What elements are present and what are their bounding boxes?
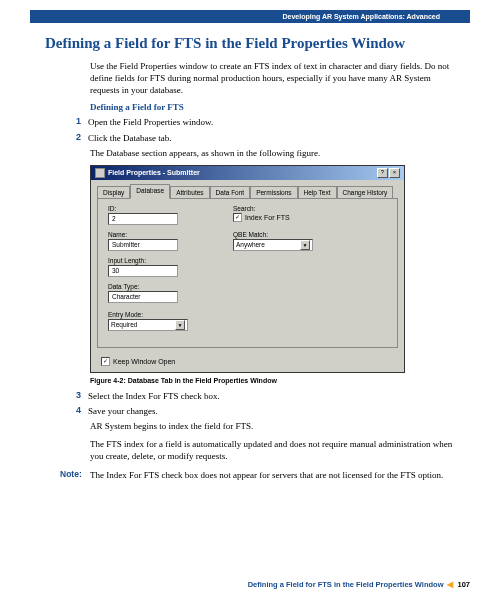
index-for-fts-checkbox[interactable]: ✓ [233,213,242,222]
tab-help-text[interactable]: Help Text [298,186,337,198]
tab-change-history[interactable]: Change History [337,186,394,198]
step-3-number: 3 [76,390,88,402]
entry-mode-select[interactable]: Required ▼ [108,319,188,331]
id-label: ID: [108,205,178,212]
subheading-defining: Defining a Field for FTS [90,102,460,112]
step-1-text: Open the Field Properties window. [88,116,460,128]
footer-page-number: 107 [457,580,470,589]
chevron-down-icon: ▼ [175,320,185,330]
input-length-label: Input Length: [108,257,178,264]
step-3-text: Select the Index For FTS check box. [88,390,460,402]
tab-display[interactable]: Display [97,186,130,198]
tab-attributes[interactable]: Attributes [170,186,209,198]
page-title: Defining a Field for FTS in the Field Pr… [45,35,470,52]
qbe-match-select[interactable]: Anywhere ▼ [233,239,313,251]
step-2-after: The Database section appears, as shown i… [90,147,460,159]
entry-mode-label: Entry Mode: [108,311,188,318]
help-button[interactable]: ? [377,168,388,178]
tab-database[interactable]: Database [130,184,170,199]
index-for-fts-label: Index For FTS [245,214,290,221]
figure-dialog-screenshot: Field Properties - Submitter ? × Display… [90,165,460,384]
name-label: Name: [108,231,178,238]
page-footer: Defining a Field for FTS in the Field Pr… [248,580,470,589]
footer-title: Defining a Field for FTS in the Field Pr… [248,580,444,589]
entry-mode-value: Required [111,321,137,328]
intro-paragraph: Use the Field Properties window to creat… [90,60,460,96]
tab-permissions[interactable]: Permissions [250,186,297,198]
step-4-after-2: The FTS index for a field is automatical… [90,438,460,462]
chevron-down-icon: ▼ [300,240,310,250]
dialog-title-text: Field Properties - Submitter [108,169,377,176]
dialog-titlebar: Field Properties - Submitter ? × [91,166,404,180]
dialog-tabs: Display Database Attributes Data Font Pe… [91,180,404,198]
step-4-number: 4 [76,405,88,417]
dialog-footer: ✓ Keep Window Open [91,354,404,372]
dialog-icon [95,168,105,178]
step-2-text: Click the Database tab. [88,132,460,144]
qbe-match-label: QBE Match: [233,231,313,238]
note-label: Note: [60,469,90,481]
field-properties-dialog: Field Properties - Submitter ? × Display… [90,165,405,373]
data-type-label: Data Type: [108,283,178,290]
data-type-field: Character [108,291,178,303]
tab-data-font[interactable]: Data Font [210,186,251,198]
note-text: The Index For FTS check box does not app… [90,469,443,481]
dialog-body: ID: 2 Name: Submitter Input Length: 30 D… [97,198,398,348]
keep-window-open-checkbox[interactable]: ✓ [101,357,110,366]
step-4-text: Save your changes. [88,405,460,417]
figure-caption: Figure 4-2: Database Tab in the Field Pr… [90,377,460,384]
keep-window-open-label: Keep Window Open [113,358,175,365]
input-length-field[interactable]: 30 [108,265,178,277]
id-field[interactable]: 2 [108,213,178,225]
name-field[interactable]: Submitter [108,239,178,251]
qbe-match-value: Anywhere [236,241,265,248]
close-button[interactable]: × [389,168,400,178]
step-2-number: 2 [76,132,88,144]
header-breadcrumb: Developing AR System Applications: Advan… [30,10,470,23]
footer-marker-icon: ◀ [447,580,453,589]
search-label: Search: [233,205,290,212]
step-1-number: 1 [76,116,88,128]
step-4-after-1: AR System begins to index the field for … [90,420,460,432]
